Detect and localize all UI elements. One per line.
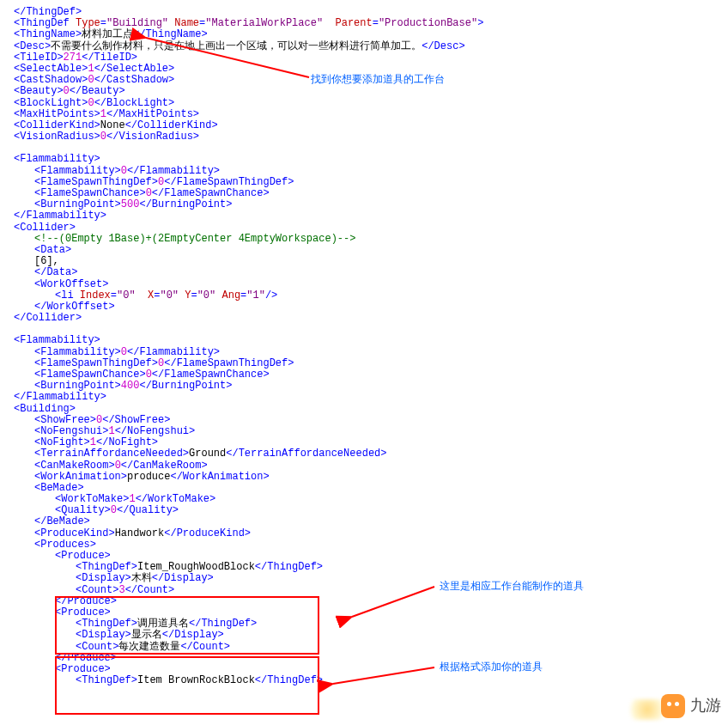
annotation-1: 找到你想要添加道具的工作台 bbox=[311, 74, 445, 85]
logo-text: 九游 bbox=[690, 698, 721, 715]
code-block: </ThingDef> <ThingDef Type="Building" Na… bbox=[14, 7, 714, 686]
annotation-2: 这里是相应工作台能制作的道具 bbox=[440, 581, 584, 592]
logo-icon bbox=[661, 694, 685, 718]
logo: 九游 bbox=[661, 694, 721, 718]
highlight-box-1 bbox=[55, 596, 319, 655]
highlight-box-2 bbox=[55, 656, 319, 715]
annotation-3: 根据格式添加你的道具 bbox=[440, 661, 543, 673]
